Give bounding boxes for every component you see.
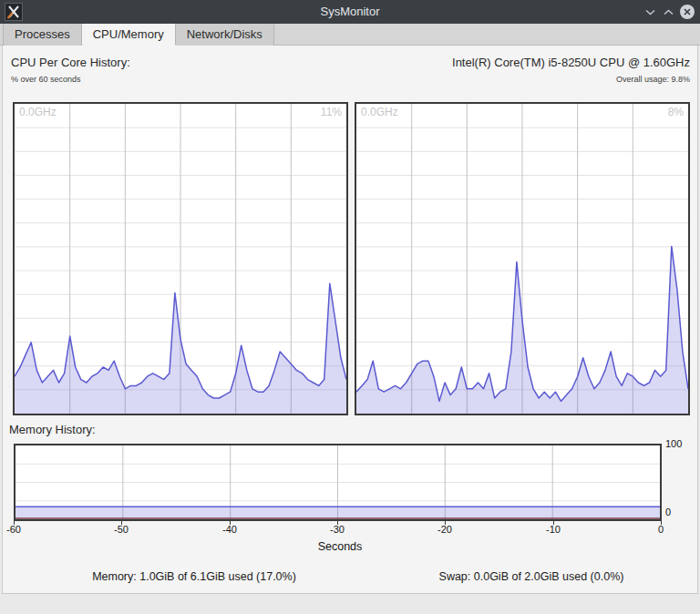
tab-cpu-memory[interactable]: CPU/Memory (82, 24, 176, 46)
x-tick-label: 0 (644, 524, 677, 535)
core2-chart-canvas (356, 104, 688, 414)
minimize-button[interactable] (642, 0, 658, 24)
content-panel: CPU Per Core History: Intel(R) Core(TM) … (2, 46, 698, 594)
core2-frequency-label: 0.0GHz (361, 106, 398, 118)
memory-chart (14, 444, 662, 521)
tab-network-disks[interactable]: Network/Disks (176, 24, 274, 46)
tab-bar: Processes CPU/Memory Network/Disks (0, 24, 700, 46)
tab-processes[interactable]: Processes (3, 24, 82, 46)
core1-frequency-label: 0.0GHz (19, 106, 57, 118)
y-axis-min-label: 0 (665, 507, 671, 517)
cpu-core1-chart: 0.0GHz 11% (13, 102, 348, 415)
x-tick-label: -20 (428, 524, 461, 535)
overall-usage-label: Overall usage: 9.8% (616, 75, 690, 84)
window-title: SysMonitor (0, 0, 700, 24)
y-axis-max-label: 100 (665, 438, 682, 449)
cpu-core2-chart: 0.0GHz 8% (355, 102, 690, 415)
cpu-history-title: CPU Per Core History: (11, 56, 130, 69)
memory-history-title: Memory History: (9, 423, 96, 436)
memory-chart-canvas (15, 445, 660, 519)
x-tick-label: -60 (0, 524, 30, 535)
x-tick-label: -50 (105, 524, 138, 535)
x-tick-label: -30 (321, 524, 354, 535)
cpu-history-subtitle: % over 60 seconds (11, 75, 81, 84)
cpu-model-label: Intel(R) Core(TM) i5-8250U CPU @ 1.60GHz (452, 56, 690, 69)
x-axis-title: Seconds (185, 540, 495, 553)
close-icon (680, 5, 695, 19)
core2-usage-label: 8% (668, 106, 684, 118)
x-tick-label: -40 (213, 524, 246, 535)
x-tick-label: -10 (537, 524, 570, 535)
maximize-button[interactable] (660, 0, 676, 24)
close-button[interactable] (679, 0, 695, 24)
memory-usage-text: Memory: 1.0GiB of 6.1GiB used (17.0%) (53, 570, 335, 583)
swap-usage-text: Swap: 0.0GiB of 2.0GiB used (0.0%) (399, 570, 664, 583)
core1-chart-canvas (15, 104, 346, 414)
titlebar: SysMonitor (0, 0, 700, 24)
core1-usage-label: 11% (321, 106, 342, 118)
